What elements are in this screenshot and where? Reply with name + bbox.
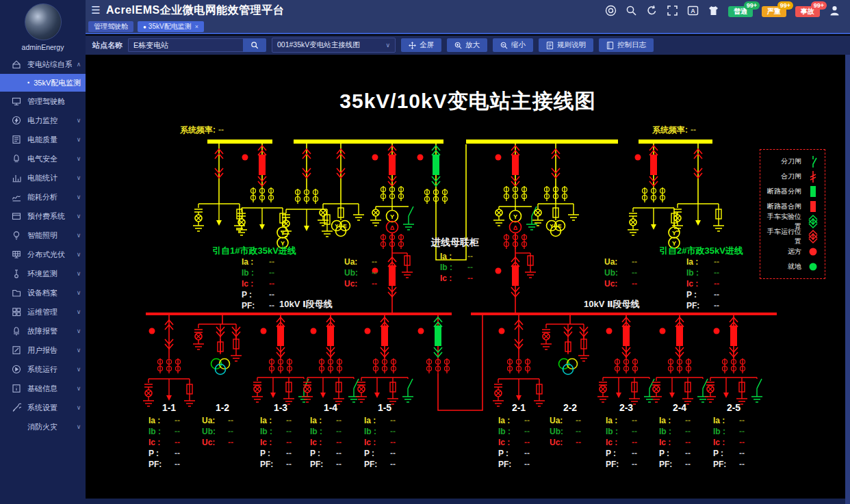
zoom-in-button[interactable]: 放大 bbox=[447, 38, 487, 52]
no-icon bbox=[12, 422, 21, 432]
sidebar-item-label: 变电站综自系统 bbox=[27, 59, 72, 70]
sidebar-item-10[interactable]: 环境监测∨ bbox=[0, 264, 86, 283]
measure-row-b: Ib :-- bbox=[440, 263, 473, 274]
tab-35kv-monitoring[interactable]: ●35kV配电监测× bbox=[138, 21, 204, 32]
sidebar-subitem-35kv-monitoring[interactable]: •35kV配电监测 bbox=[0, 74, 86, 92]
svg-text:Δ: Δ bbox=[513, 224, 518, 231]
home-icon bbox=[12, 59, 21, 69]
sidebar-item-15[interactable]: 系统运行∨ bbox=[0, 360, 86, 379]
sidebar-item-5[interactable]: 电能统计∨ bbox=[0, 168, 86, 187]
measure-row-p: P :-- bbox=[347, 449, 422, 460]
measure-row-a: Ia :-- bbox=[686, 257, 719, 268]
fullscreen-icon[interactable] bbox=[667, 5, 678, 16]
legend-row: 分刀闸 bbox=[762, 154, 821, 169]
screen-icon bbox=[12, 96, 21, 106]
sidebar-item-label: 基础信息 bbox=[27, 384, 72, 394]
rules-button[interactable]: 规则说明 bbox=[539, 38, 593, 52]
sidebar-item-12[interactable]: 运维管理∨ bbox=[0, 302, 86, 321]
svg-text:Y: Y bbox=[672, 230, 676, 237]
sidebar-item-2[interactable]: 电力监控∨ bbox=[0, 111, 86, 130]
prepay-icon bbox=[12, 211, 21, 221]
tab-active-dot: ● bbox=[143, 24, 146, 30]
legend-row: 就地 bbox=[762, 259, 821, 274]
measure-row-a: Ia :-- bbox=[440, 252, 473, 263]
measure-row-c: Ic :-- bbox=[242, 279, 274, 290]
avatar[interactable] bbox=[25, 3, 62, 40]
sidebar-item-3[interactable]: 电能质量∨ bbox=[0, 130, 86, 149]
environment-icon bbox=[12, 269, 21, 278]
refresh-icon[interactable] bbox=[646, 5, 658, 16]
hamburger-menu-icon[interactable]: ☰ bbox=[86, 4, 106, 16]
measure-row-c: Ic :-- bbox=[696, 438, 771, 449]
chevron-down-icon: ∨ bbox=[72, 404, 86, 411]
at-icon[interactable] bbox=[605, 5, 617, 16]
sidebar-item-9[interactable]: 分布式光伏∨ bbox=[0, 245, 86, 264]
site-search-input[interactable] bbox=[128, 38, 243, 52]
sidebar-item-13[interactable]: 故障报警∨ bbox=[0, 321, 86, 341]
user-icon[interactable] bbox=[829, 5, 840, 16]
sidebar-item-17[interactable]: 系统设置∨ bbox=[0, 398, 86, 417]
tab-dashboard[interactable]: 管理驾驶舱 bbox=[88, 21, 133, 32]
measure-row-a: Ia :-- bbox=[242, 257, 274, 268]
remote-icon bbox=[806, 244, 821, 259]
zoom-out-button[interactable]: 缩小 bbox=[493, 38, 533, 52]
sidebar-item-16[interactable]: 基础信息∨ bbox=[0, 379, 86, 398]
sidebar-item-label: 管理驾驶舱 bbox=[27, 96, 72, 107]
alarm-major-badge[interactable]: 99+严重 bbox=[762, 6, 786, 17]
stats-icon bbox=[12, 173, 21, 183]
sidebar-item-14[interactable]: 用户报告∨ bbox=[0, 341, 86, 360]
alarm-accident-badge[interactable]: 99+事故 bbox=[795, 6, 820, 17]
measure-row-a: Ua:-- bbox=[604, 257, 637, 268]
sidebar-item-label: 预付费系统 bbox=[27, 211, 72, 222]
sidebar-item-1[interactable]: 管理驾驶舱 bbox=[0, 92, 86, 111]
alarm-normal-count: 99+ bbox=[744, 1, 760, 10]
sidebar-item-4[interactable]: 电气安全∨ bbox=[0, 149, 86, 168]
translate-icon[interactable]: A bbox=[687, 5, 699, 16]
power-icon bbox=[12, 116, 21, 125]
top-header-bar: ☰ AcrelEMS企业微电网能效管理平台 A 99+普通 99+严重 99+事… bbox=[86, 0, 850, 21]
chevron-down-icon: ∨ bbox=[72, 232, 86, 239]
svg-text:E: E bbox=[558, 223, 562, 229]
chevron-down-icon: ∨ bbox=[72, 270, 86, 277]
measure-row-c: Ic :-- bbox=[347, 438, 422, 449]
alarm-normal-badge[interactable]: 99+普通 bbox=[728, 6, 753, 17]
chevron-up-icon: ∧ bbox=[72, 61, 86, 68]
svg-text:Y: Y bbox=[335, 223, 339, 229]
app-title: AcrelEMS企业微电网能效管理平台 bbox=[106, 3, 284, 18]
operations-icon bbox=[12, 307, 21, 317]
chevron-down-icon: ∨ bbox=[72, 289, 86, 296]
bus2-label: 10kV Ⅱ段母线 bbox=[584, 298, 640, 310]
site-search-button[interactable] bbox=[243, 38, 266, 52]
site-name-label: 站点名称 bbox=[92, 40, 123, 51]
measure-row-p: P :-- bbox=[481, 449, 556, 460]
fullscreen-button[interactable]: 全屏 bbox=[401, 38, 441, 52]
sidebar-item-11[interactable]: 设备档案∨ bbox=[0, 283, 86, 302]
alarm-accident-count: 99+ bbox=[811, 1, 827, 10]
measure-row-pf: PF:-- bbox=[696, 460, 771, 470]
solar-icon bbox=[12, 250, 21, 259]
user-profile[interactable]: adminEnergy bbox=[0, 0, 86, 49]
sidebar-item-label: 环境监测 bbox=[27, 269, 72, 279]
sidebar-item-0[interactable]: 变电站综自系统∧ bbox=[0, 55, 86, 74]
sidebar-item-6[interactable]: 能耗分析∨ bbox=[0, 187, 86, 207]
tab-close-icon[interactable]: × bbox=[195, 23, 198, 30]
chevron-down-icon: ∨ bbox=[72, 174, 86, 181]
sidebar-item-18[interactable]: 消防火灾∨ bbox=[0, 417, 86, 436]
measure-row-pf: PF:-- bbox=[347, 460, 422, 470]
local-icon bbox=[806, 259, 821, 274]
measure-row-b: Ub:-- bbox=[344, 268, 377, 279]
base-info-icon bbox=[12, 384, 21, 393]
svg-text:Y: Y bbox=[390, 213, 394, 220]
diagram-select-dropdown[interactable]: 001#35kV变电站主接线图∨ bbox=[272, 38, 396, 53]
chevron-down-icon: ∨ bbox=[72, 366, 86, 373]
system-frequency-left: 系统频率:-- bbox=[180, 124, 224, 136]
sidebar-item-8[interactable]: 智能照明∨ bbox=[0, 226, 86, 245]
search-icon[interactable] bbox=[626, 5, 637, 16]
scrollbar[interactable] bbox=[845, 55, 850, 504]
acrel-ems-app: adminEnergy 变电站综自系统∧•35kV配电监测管理驾驶舱电力监控∨电… bbox=[0, 0, 850, 504]
single-line-diagram-canvas[interactable]: YYYEYΔYΔYEYY 35kV/10kV变电站主接线图 系统频率:-- 系统… bbox=[86, 55, 850, 499]
control-log-button[interactable]: 控制日志 bbox=[599, 38, 654, 52]
theme-icon[interactable] bbox=[708, 5, 719, 16]
sidebar-item-7[interactable]: 预付费系统∨ bbox=[0, 207, 86, 226]
sidebar-item-label: 用户报告 bbox=[27, 345, 72, 356]
